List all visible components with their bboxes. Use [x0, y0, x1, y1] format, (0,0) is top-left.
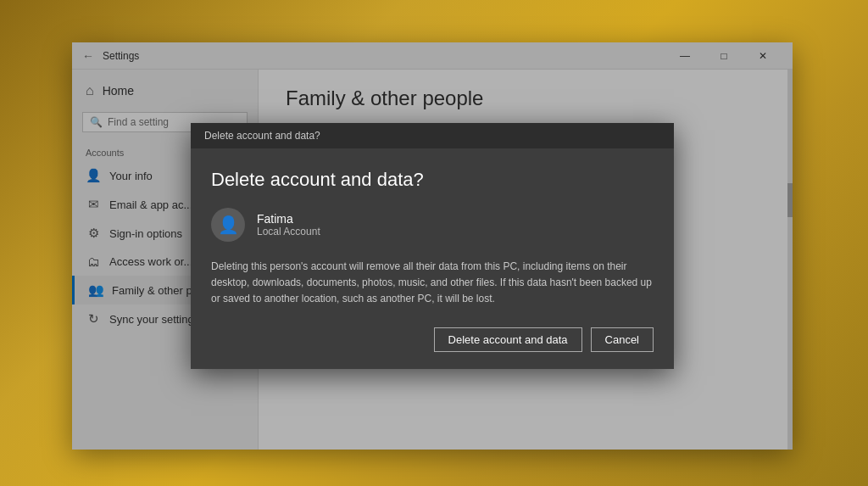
dialog-description: Deleting this person's account will remo… — [211, 259, 654, 308]
delete-account-button[interactable]: Delete account and data — [434, 327, 582, 352]
user-subtitle: Local Account — [257, 226, 320, 237]
dialog-overlay: Delete account and data? Delete account … — [72, 42, 793, 450]
settings-window: ← Settings — □ ✕ ⌂ Home 🔍 Accounts 👤 You… — [72, 42, 793, 450]
user-avatar: 👤 — [211, 208, 245, 242]
avatar-icon: 👤 — [218, 215, 239, 235]
delete-account-dialog: Delete account and data? Delete account … — [191, 123, 674, 370]
user-name: Fatima — [257, 212, 320, 226]
cancel-button[interactable]: Cancel — [591, 327, 654, 352]
dialog-heading: Delete account and data? — [211, 169, 654, 191]
dialog-actions: Delete account and data Cancel — [211, 327, 654, 352]
dialog-body: Delete account and data? 👤 Fatima Local … — [191, 148, 674, 370]
dialog-titlebar: Delete account and data? — [191, 123, 674, 148]
user-info: Fatima Local Account — [257, 212, 320, 237]
dialog-user-row: 👤 Fatima Local Account — [211, 208, 654, 242]
